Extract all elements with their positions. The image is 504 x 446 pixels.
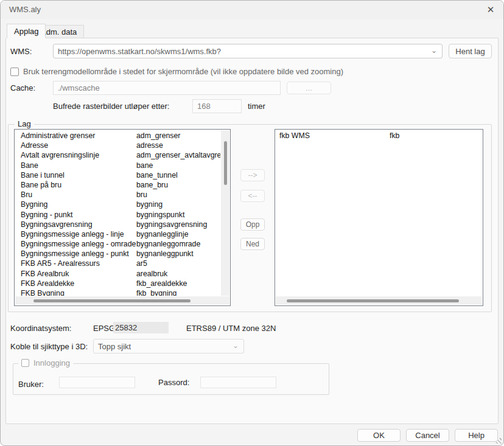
terrain-checkbox[interactable]	[10, 68, 19, 76]
move-down-button[interactable]: Ned	[240, 238, 265, 250]
layer-name: FKB Bygning	[21, 288, 65, 296]
layer-row[interactable]: Administrative grenseradm_grenser	[15, 131, 220, 141]
window-title: WMS.aly	[9, 5, 41, 14]
add-layer-button[interactable]: -->	[240, 169, 265, 181]
sjikttype-select[interactable]: Topp sjikt ⌄	[93, 339, 244, 354]
lag-legend: Lag	[15, 119, 34, 128]
layer-name: Avtalt avgrensningslinje	[21, 150, 99, 160]
layer-name: Bygningsavgrensning	[21, 220, 93, 229]
passord-input[interactable]	[200, 377, 276, 388]
cache-path-field[interactable]: ./wmscache	[53, 81, 281, 95]
layer-code: arealbruk	[136, 269, 167, 279]
layer-name: Bygning	[21, 200, 47, 209]
layer-row[interactable]: FKB Bygningfkb_bygning	[15, 288, 220, 296]
layer-code: bygnanleggpunkt	[136, 249, 194, 259]
layer-row[interactable]: Bane på brubane_bru	[15, 180, 220, 190]
layer-name: Bygning - punkt	[21, 210, 72, 220]
layer-code: bygnanlegglinje	[136, 229, 188, 239]
layer-name: Bane	[21, 161, 38, 170]
close-icon[interactable]: ✕	[484, 3, 497, 16]
move-up-button[interactable]: Opp	[240, 218, 265, 231]
available-layers-list[interactable]: Administrative grenseradm_grenserAdresse…	[14, 129, 231, 306]
terrain-checkbox-label: Bruk terrengmodellområde i stedet for sk…	[23, 67, 343, 76]
ok-button[interactable]: OK	[357, 429, 401, 442]
chevron-down-icon[interactable]: ⌄	[233, 341, 239, 350]
layer-row[interactable]: Bygningsmessige anlegg - omradebygnanleg…	[15, 239, 220, 249]
layer-code: adm_grenser	[136, 131, 180, 141]
layer-code: adresse	[136, 141, 163, 150]
sjikttype-label: Koble til sjikttype i 3D:	[10, 342, 88, 351]
innlogging-label: Innlogging	[33, 358, 70, 368]
wms-label: WMS:	[10, 47, 32, 56]
cache-browse-button[interactable]: ...	[287, 82, 331, 94]
layer-code: fkb	[390, 131, 399, 141]
layer-code: ar5	[136, 259, 147, 268]
layer-row[interactable]: FKB AR5 - Arealressursar5	[15, 259, 220, 268]
horizontal-scrollbar-thumb[interactable]	[287, 299, 459, 302]
help-button[interactable]: Help	[455, 429, 498, 442]
layer-row[interactable]: Bygningsavgrensningbygningsavgrensning	[15, 220, 220, 229]
chevron-down-icon[interactable]: ⌄	[431, 46, 437, 55]
layer-row[interactable]: fkb WMSfkb	[275, 131, 481, 141]
layer-code: fkb_bygning	[136, 288, 177, 296]
layer-name: FKB Arealdekke	[21, 279, 74, 288]
layer-name: Adresse	[21, 141, 48, 150]
cancel-button[interactable]: Cancel	[406, 429, 449, 442]
wms-url-combobox[interactable]: https://openwms.statkart.no/skwms1/wms.f…	[53, 44, 443, 58]
selected-layers-list[interactable]: fkb WMSfkb	[275, 129, 483, 306]
dialog-window: WMS.aly ✕ Applag Adm. data WMS: https://…	[0, 0, 504, 446]
horizontal-scrollbar-thumb[interactable]	[33, 299, 191, 302]
available-layers-rows: Administrative grenseradm_grenserAdresse…	[15, 131, 220, 296]
epsg-value-field: 25832	[113, 322, 169, 333]
selected-layers-rows: fkb WMSfkb	[275, 131, 481, 296]
layer-row[interactable]: Bygning - punktbygningspunkt	[15, 210, 220, 220]
bruker-input[interactable]	[59, 377, 135, 388]
innlogging-groupbox: Innlogging Bruker: Passord:	[13, 363, 329, 395]
wms-url-value: https://openwms.statkart.no/skwms1/wms.f…	[58, 47, 221, 56]
layer-code: bygningsavgrensning	[136, 220, 207, 229]
layer-code: bane	[136, 161, 153, 170]
layer-row[interactable]: Banebane	[15, 161, 220, 170]
layer-name: Administrative grenser	[21, 131, 95, 141]
layer-name: FKB Arealbruk	[21, 269, 69, 279]
passord-label: Passord:	[158, 378, 189, 387]
layer-name: Bygningsmessige anlegg - punkt	[21, 249, 129, 259]
layer-row[interactable]: FKB Arealdekkefkb_arealdekke	[15, 279, 220, 288]
sjikttype-value: Topp sjikt	[98, 342, 131, 351]
layer-name: Bygningsmessige anlegg - omrade	[21, 239, 136, 249]
layer-code: bygnanleggomrade	[136, 239, 200, 249]
vertical-scrollbar-thumb[interactable]	[224, 141, 227, 185]
innlogging-legend: Innlogging	[18, 358, 73, 368]
layer-row[interactable]: Bane i tunnelbane_tunnel	[15, 170, 220, 180]
crs-name-label: ETRS89 / UTM zone 32N	[186, 324, 276, 333]
layer-row[interactable]: Bygningbygning	[15, 200, 220, 209]
titlebar[interactable]: WMS.aly ✕	[1, 1, 503, 19]
layer-row[interactable]: Bygningsmessige anlegg - linjebygnanlegg…	[15, 229, 220, 239]
hent-lag-button[interactable]: Hent lag	[449, 44, 492, 58]
cache-label: Cache:	[10, 83, 35, 92]
layer-row[interactable]: Bygningsmessige anlegg - punktbygnanlegg…	[15, 249, 220, 259]
layer-row[interactable]: Adresseadresse	[15, 141, 220, 150]
layer-name: Bru	[21, 190, 32, 200]
layer-code: bane_bru	[136, 180, 168, 190]
layer-code: bygningspunkt	[136, 210, 184, 220]
horizontal-scrollbar[interactable]	[276, 296, 482, 305]
vertical-scrollbar[interactable]	[221, 130, 229, 296]
layer-row[interactable]: Brubru	[15, 190, 220, 200]
innlogging-checkbox[interactable]	[21, 359, 29, 367]
koordinatsystem-label: Koordinatsystem:	[10, 324, 71, 333]
horizontal-scrollbar[interactable]	[15, 296, 229, 305]
layer-code: bane_tunnel	[136, 170, 178, 180]
layer-row[interactable]: Avtalt avgrensningslinjeadm_grenser_avta…	[15, 150, 220, 160]
expiry-hours-field[interactable]: 168	[192, 99, 242, 113]
layer-code: bygning	[136, 200, 163, 209]
expiry-label: Bufrede rasterbilder utløper etter:	[53, 102, 169, 111]
layer-name: Bane på bru	[21, 180, 61, 190]
layer-name: Bane i tunnel	[21, 170, 65, 180]
layer-name: FKB AR5 - Arealressurs	[21, 259, 100, 268]
tab-applag[interactable]: Applag	[7, 24, 46, 38]
layer-row[interactable]: FKB Arealbrukarealbruk	[15, 269, 220, 279]
remove-layer-button[interactable]: <--	[240, 190, 265, 202]
layer-name: fkb WMS	[279, 131, 310, 141]
expiry-unit-label: timer	[248, 102, 265, 111]
